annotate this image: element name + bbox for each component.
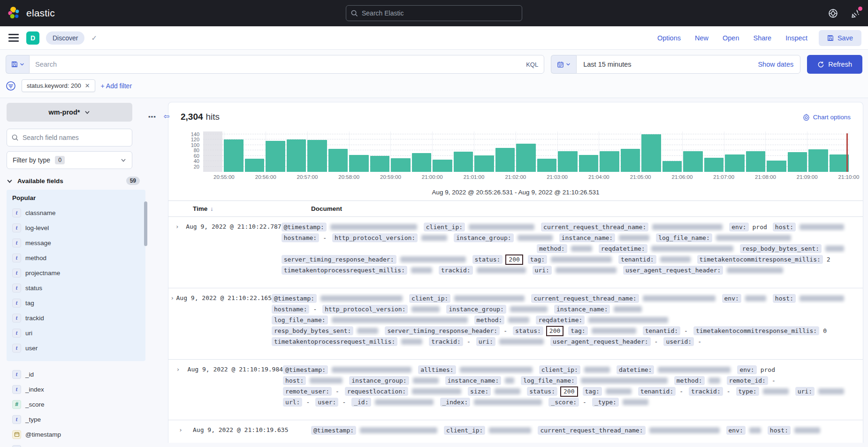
- histogram-bar[interactable]: [433, 160, 452, 172]
- histogram-bar[interactable]: [808, 149, 828, 172]
- breadcrumb[interactable]: Discover: [46, 31, 84, 45]
- open-button[interactable]: Open: [723, 34, 739, 42]
- field-pill: datetime:: [617, 365, 654, 374]
- histogram-bar[interactable]: [641, 134, 661, 172]
- query-search-input[interactable]: Search KQL: [29, 55, 544, 74]
- field-item-_id[interactable]: t_id: [11, 367, 151, 382]
- sidebar-scrollbar[interactable]: [144, 201, 147, 246]
- filter-pill-status-keyword-200[interactable]: status.keyword: 200 ✕: [22, 79, 95, 92]
- help-icon[interactable]: [828, 8, 838, 18]
- histogram-bar[interactable]: [266, 141, 285, 172]
- histogram-bar[interactable]: [495, 148, 515, 172]
- row-document-summary[interactable]: @timestamp:client_ip:current_request_thr…: [282, 222, 863, 276]
- field-pill: remote_user:: [283, 387, 332, 396]
- field-item-@timestamp[interactable]: @timestamp: [11, 427, 151, 442]
- show-dates-button[interactable]: Show dates: [758, 61, 793, 68]
- collapse-sidebar-icon[interactable]: ⇦: [164, 112, 170, 121]
- options-button[interactable]: Options: [657, 34, 681, 42]
- expand-row-button[interactable]: ›: [168, 364, 188, 408]
- kql-language-button[interactable]: KQL: [526, 61, 538, 68]
- chart-options-button[interactable]: Chart options: [803, 114, 851, 121]
- field-item-status[interactable]: tstatus: [11, 280, 145, 295]
- share-button[interactable]: Share: [753, 34, 771, 42]
- histogram-bar[interactable]: [349, 155, 368, 172]
- time-range-input[interactable]: Last 15 minutes Show dates: [576, 55, 800, 74]
- available-fields-header[interactable]: Available fields 59: [7, 177, 140, 185]
- histogram-bar[interactable]: [662, 161, 682, 172]
- histogram-bar[interactable]: [788, 152, 807, 172]
- index-pattern-switcher[interactable]: wm-prod*: [7, 103, 132, 122]
- add-filter-button[interactable]: + Add filter: [101, 82, 132, 90]
- news-feed-icon[interactable]: [850, 8, 860, 18]
- field-item-classname[interactable]: tclassname: [11, 205, 145, 220]
- space-avatar[interactable]: D: [26, 31, 39, 45]
- field-item-uri[interactable]: turi: [11, 325, 145, 340]
- field-item-user[interactable]: tuser: [11, 340, 145, 355]
- saved-query-menu-button[interactable]: [6, 55, 29, 74]
- refresh-button[interactable]: Refresh: [807, 55, 862, 74]
- field-pill: reqdatetime:: [599, 244, 647, 253]
- histogram-bars[interactable]: [203, 131, 849, 172]
- histogram-bar[interactable]: [579, 155, 598, 172]
- redacted-value: [413, 378, 439, 384]
- redacted-value: [660, 256, 691, 262]
- remove-filter-icon[interactable]: ✕: [85, 82, 90, 89]
- histogram-bar[interactable]: [704, 158, 723, 172]
- field-pill: requestlocation:: [345, 387, 408, 396]
- elastic-brand[interactable]: elastic: [8, 6, 55, 20]
- global-search-input[interactable]: Search Elastic: [346, 5, 522, 21]
- histogram-bar[interactable]: [287, 139, 306, 172]
- histogram-bar[interactable]: [725, 154, 744, 172]
- histogram-bar[interactable]: [746, 151, 765, 172]
- histogram-bar[interactable]: [767, 161, 786, 172]
- histogram-bar[interactable]: [224, 139, 243, 172]
- row-document-summary[interactable]: @timestamp:client_ip:current_request_thr…: [272, 293, 863, 347]
- field-item-log-level[interactable]: tlog-level: [11, 220, 145, 235]
- histogram-bar[interactable]: [307, 140, 327, 172]
- redacted-value: [400, 256, 466, 262]
- expand-row-button[interactable]: ›: [168, 293, 176, 347]
- histogram-bar[interactable]: [537, 159, 556, 172]
- time-column-header[interactable]: Time: [193, 205, 207, 212]
- sort-descending-icon[interactable]: ↓: [210, 206, 213, 212]
- histogram-bar[interactable]: [454, 152, 473, 172]
- field-pill: _type:: [592, 398, 619, 407]
- histogram-bar[interactable]: [830, 154, 849, 172]
- histogram-bar[interactable]: [516, 144, 535, 172]
- field-item-tag[interactable]: ttag: [11, 295, 145, 310]
- expand-row-button[interactable]: ›: [168, 222, 186, 276]
- histogram-bar[interactable]: [474, 155, 494, 172]
- histogram-bar[interactable]: [391, 158, 410, 172]
- field-item-_type[interactable]: t_type: [11, 412, 151, 427]
- field-item-accountid[interactable]: taccountid: [11, 442, 151, 447]
- field-item-trackid[interactable]: ttrackid: [11, 310, 145, 325]
- histogram-bar[interactable]: [370, 156, 389, 172]
- filter-by-type-dropdown[interactable]: Filter by type 0: [7, 151, 132, 169]
- field-pill: client_ip:: [424, 223, 465, 231]
- field-item-_index[interactable]: t_index: [11, 382, 151, 397]
- histogram-bar[interactable]: [683, 151, 702, 172]
- new-button[interactable]: New: [695, 34, 708, 42]
- row-timestamp: Aug 9, 2022 @ 21:10:22.787: [186, 222, 282, 276]
- menu-hamburger-icon[interactable]: [8, 34, 19, 42]
- histogram-bar[interactable]: [245, 159, 264, 172]
- field-item-projectname[interactable]: tprojectname: [11, 265, 145, 280]
- histogram-bar[interactable]: [328, 149, 348, 172]
- inspect-button[interactable]: Inspect: [785, 34, 807, 42]
- filter-menu-icon[interactable]: [6, 81, 16, 91]
- save-button[interactable]: Save: [819, 30, 861, 46]
- histogram-bar[interactable]: [412, 153, 431, 172]
- field-item-_score[interactable]: #_score: [11, 397, 151, 412]
- histogram-bar[interactable]: [600, 151, 619, 172]
- row-document-summary[interactable]: @timestamp:alltimes:client_ip:datetime:e…: [283, 364, 863, 408]
- field-search-input[interactable]: Search field names: [7, 129, 132, 146]
- field-pill: instance_name:: [445, 376, 502, 385]
- field-item-method[interactable]: tmethod: [11, 250, 145, 265]
- histogram-bar[interactable]: [621, 149, 640, 172]
- histogram-bar[interactable]: [558, 151, 577, 172]
- time-range-value[interactable]: Last 15 minutes: [583, 61, 631, 68]
- field-item-message[interactable]: tmessage: [11, 235, 145, 250]
- date-picker-menu-button[interactable]: [551, 55, 576, 74]
- expand-row-button[interactable]: ›: [168, 425, 193, 436]
- row-document-summary[interactable]: @timestamp:client_ip:current_request_thr…: [311, 425, 863, 436]
